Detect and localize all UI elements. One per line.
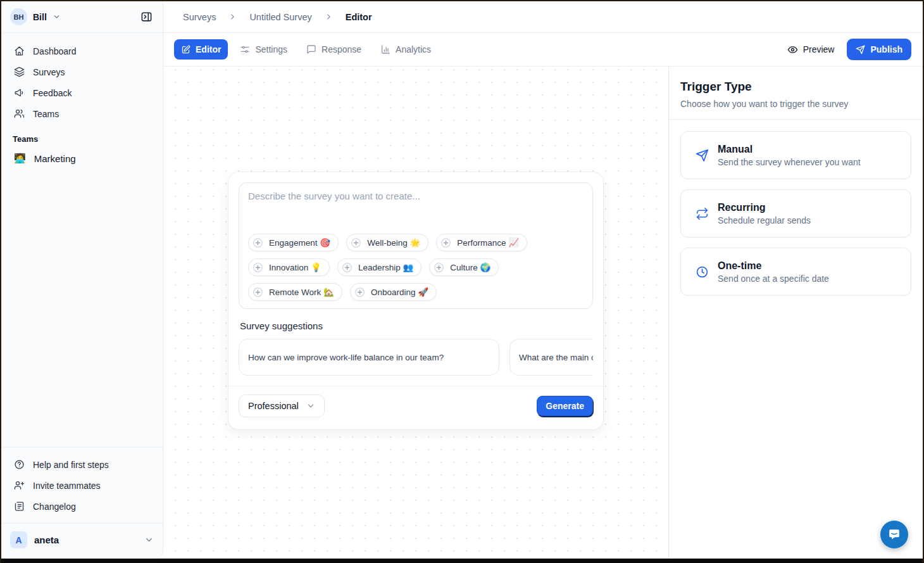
topic-chip-label: Remote Work 🏡 bbox=[269, 287, 334, 297]
trigger-option-manual[interactable]: Manual Send the survey whenever you want bbox=[680, 131, 911, 179]
trigger-option-text: One-time Send once at a specific date bbox=[718, 260, 829, 284]
editor-tabs: Editor Settings Response bbox=[174, 39, 438, 60]
home-icon bbox=[14, 46, 25, 56]
tab-label: Settings bbox=[255, 44, 287, 54]
publish-label: Publish bbox=[870, 44, 902, 54]
editor-canvas[interactable]: Engagement 🎯 Well-being 🌟 bbox=[163, 66, 668, 559]
trigger-option-text: Manual Send the survey whenever you want bbox=[718, 144, 861, 167]
sidebar-item-marketing[interactable]: 🧑‍💻 Marketing bbox=[1, 148, 163, 169]
sidebar-item-feedback[interactable]: Feedback bbox=[6, 82, 158, 103]
trigger-option-one-time[interactable]: One-time Send once at a specific date bbox=[680, 248, 911, 296]
toolbar-actions: Preview Publish bbox=[787, 39, 911, 60]
bar-chart-icon bbox=[380, 44, 390, 54]
publish-button[interactable]: Publish bbox=[847, 39, 911, 60]
breadcrumb-current: Editor bbox=[346, 12, 372, 22]
topic-chip-engagement[interactable]: Engagement 🎯 bbox=[248, 234, 339, 251]
chat-bubble-icon bbox=[887, 528, 901, 541]
sidebar-item-label: Feedback bbox=[33, 88, 72, 98]
suggestion-card[interactable]: What are the main ob bbox=[509, 339, 593, 376]
tab-editor[interactable]: Editor bbox=[174, 39, 228, 60]
chevron-down-icon bbox=[144, 535, 154, 545]
topic-chip-label: Leadership 👥 bbox=[358, 262, 413, 272]
technologist-emoji: 🧑‍💻 bbox=[14, 153, 26, 164]
topic-chip-performance[interactable]: Performance 📈 bbox=[436, 234, 527, 251]
sidebar-item-changelog[interactable]: Changelog bbox=[6, 496, 158, 517]
sidebar-item-help[interactable]: Help and first steps bbox=[6, 454, 158, 475]
sidebar-item-dashboard[interactable]: Dashboard bbox=[6, 41, 158, 61]
tone-select[interactable]: Professional bbox=[239, 395, 325, 417]
tab-analytics[interactable]: Analytics bbox=[373, 39, 438, 60]
user-avatar[interactable]: BH bbox=[10, 8, 27, 25]
survey-prompt-input[interactable] bbox=[248, 191, 584, 234]
tone-value: Professional bbox=[248, 401, 299, 411]
suggestions-title: Survey suggestions bbox=[240, 320, 592, 331]
help-circle-icon bbox=[14, 459, 25, 470]
survey-prompt-box[interactable]: Engagement 🎯 Well-being 🌟 bbox=[239, 182, 593, 309]
topic-chip-label: Culture 🌍 bbox=[450, 262, 490, 272]
topic-chip-label: Well-being 🌟 bbox=[367, 237, 420, 248]
layers-icon bbox=[14, 66, 25, 77]
trigger-option-description: Schedule regular sends bbox=[718, 215, 811, 225]
tab-label: Response bbox=[322, 44, 361, 54]
trigger-type-panel: Trigger Type Choose how you want to trig… bbox=[668, 66, 923, 559]
sliders-icon bbox=[240, 44, 250, 54]
sidebar-footer-nav: Help and first steps Invite teammates Ch… bbox=[1, 447, 163, 523]
chevron-down-icon[interactable] bbox=[53, 13, 61, 21]
trigger-panel-header: Trigger Type Choose how you want to trig… bbox=[669, 66, 923, 120]
collapse-sidebar-button[interactable] bbox=[137, 8, 155, 26]
preview-label: Preview bbox=[803, 44, 835, 54]
generator-footer: Professional Generate bbox=[228, 386, 603, 419]
sidebar-header: BH Bill bbox=[1, 1, 163, 33]
chat-launcher-button[interactable] bbox=[880, 521, 908, 548]
tab-label: Analytics bbox=[396, 44, 431, 54]
sidebar-item-teams[interactable]: Teams bbox=[6, 103, 158, 124]
trigger-option-recurring[interactable]: Recurring Schedule regular sends bbox=[680, 189, 911, 237]
chevron-right-icon bbox=[325, 13, 333, 21]
user-plus-icon bbox=[14, 480, 25, 491]
generate-button[interactable]: Generate bbox=[537, 396, 593, 416]
topic-chip-culture[interactable]: Culture 🌍 bbox=[429, 258, 499, 276]
topic-chip-innovation[interactable]: Innovation 💡 bbox=[248, 258, 330, 276]
preview-button[interactable]: Preview bbox=[787, 44, 835, 55]
app-window: BH Bill Dashboard bbox=[0, 0, 924, 563]
sidebar-item-label: Invite teammates bbox=[33, 481, 101, 491]
topic-chip-remote-work[interactable]: Remote Work 🏡 bbox=[248, 283, 342, 301]
topic-chip-leadership[interactable]: Leadership 👥 bbox=[337, 258, 421, 276]
sidebar: BH Bill Dashboard bbox=[1, 1, 163, 559]
topic-chip-label: Engagement 🎯 bbox=[269, 237, 330, 248]
breadcrumb-survey-name[interactable]: Untitled Survey bbox=[249, 12, 311, 22]
teams-section-label: Teams bbox=[1, 124, 163, 148]
plus-circle-icon bbox=[252, 262, 264, 274]
plus-circle-icon bbox=[341, 262, 353, 274]
topic-chip-label: Onboarding 🚀 bbox=[371, 287, 428, 297]
panel-collapse-icon bbox=[140, 11, 153, 23]
suggestion-card[interactable]: How can we improve work-life balance in … bbox=[239, 339, 499, 376]
breadcrumb: Surveys Untitled Survey Editor bbox=[163, 1, 923, 33]
trigger-option-title: Manual bbox=[718, 144, 861, 155]
tab-settings[interactable]: Settings bbox=[233, 39, 294, 60]
repeat-icon bbox=[696, 207, 709, 220]
sidebar-spacer bbox=[1, 169, 163, 447]
trigger-option-title: Recurring bbox=[718, 202, 811, 213]
eye-icon bbox=[787, 44, 798, 55]
editor-toolbar: Editor Settings Response bbox=[163, 33, 923, 66]
workspace-name: aneta bbox=[34, 535, 59, 545]
plus-circle-icon bbox=[350, 237, 362, 249]
user-name[interactable]: Bill bbox=[33, 12, 47, 22]
breadcrumb-surveys[interactable]: Surveys bbox=[183, 12, 216, 22]
sidebar-item-invite[interactable]: Invite teammates bbox=[6, 475, 158, 496]
edit-icon bbox=[181, 45, 190, 54]
sidebar-item-surveys[interactable]: Surveys bbox=[6, 61, 158, 82]
topic-chip-wellbeing[interactable]: Well-being 🌟 bbox=[346, 234, 428, 251]
topic-chip-onboarding[interactable]: Onboarding 🚀 bbox=[350, 283, 437, 301]
tab-response[interactable]: Response bbox=[299, 39, 368, 60]
workspace-avatar: A bbox=[10, 531, 27, 548]
panel-title: Trigger Type bbox=[680, 80, 911, 94]
team-item-label: Marketing bbox=[34, 153, 76, 164]
users-icon bbox=[14, 108, 25, 119]
workspace-switcher[interactable]: A aneta bbox=[1, 523, 163, 559]
sidebar-item-label: Help and first steps bbox=[33, 460, 109, 470]
plus-circle-icon bbox=[440, 237, 452, 249]
sidebar-item-label: Surveys bbox=[33, 67, 65, 77]
plus-circle-icon bbox=[354, 286, 366, 298]
